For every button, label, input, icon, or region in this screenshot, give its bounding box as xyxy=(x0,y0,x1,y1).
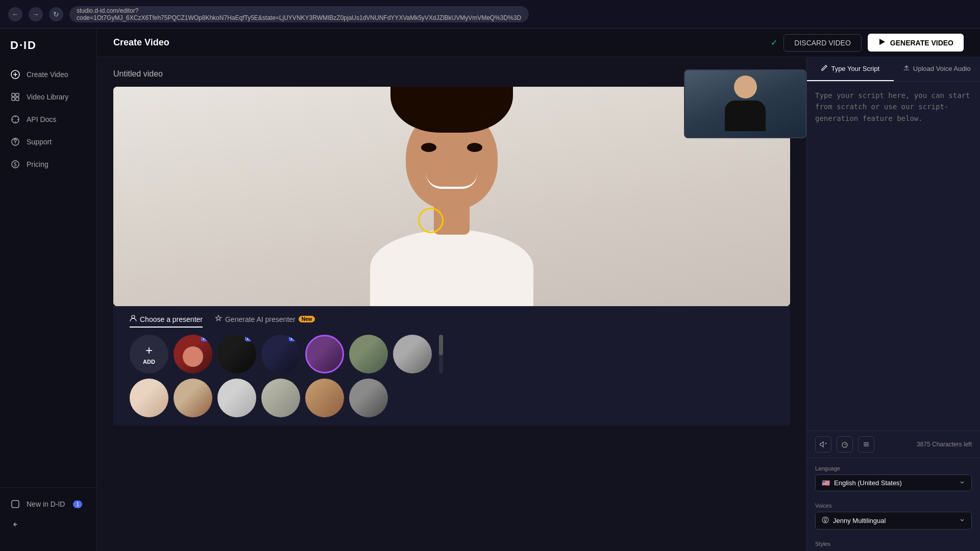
header-actions: ✓ DISCARD VIDEO GENERATE VIDEO xyxy=(771,34,964,52)
sidebar-item-label: Create Video xyxy=(27,70,68,79)
tab-choose-presenter[interactable]: Choose a presenter xyxy=(130,315,203,328)
svg-text:$: $ xyxy=(14,162,17,167)
script-tabs: Type Your Script Upload Voice Audio xyxy=(807,57,980,82)
character-count: 3875 Characters left xyxy=(917,441,972,448)
hq-badge: HQ xyxy=(201,336,211,341)
new-icon xyxy=(10,499,20,509)
tab-generate-label: Generate AI presenter xyxy=(225,315,296,323)
edit-icon xyxy=(821,64,828,73)
presenter-thumb-4-active[interactable] xyxy=(305,335,344,373)
voices-label: Voices xyxy=(815,503,972,509)
sidebar-item-pricing[interactable]: $ Pricing xyxy=(0,154,96,174)
svg-rect-3 xyxy=(12,93,15,96)
styles-section: Styles xyxy=(807,537,980,551)
new-badge: New xyxy=(299,316,315,322)
discard-video-button[interactable]: DISCARD VIDEO xyxy=(783,34,861,52)
app-body: D·ID Create Video Video Library API Docs xyxy=(0,29,980,551)
svg-marker-17 xyxy=(879,39,885,45)
tab-generate-ai[interactable]: Generate AI presenter New xyxy=(215,315,315,328)
sidebar: D·ID Create Video Video Library API Docs xyxy=(0,29,97,551)
script-tools xyxy=(815,436,874,453)
voices-value: Jenny Multilingual xyxy=(833,517,886,524)
right-panel: Type Your Script Upload Voice Audio xyxy=(806,57,980,551)
page-header: Create Video ✓ DISCARD VIDEO GENERATE VI… xyxy=(97,29,980,57)
sidebar-item-label: API Docs xyxy=(27,115,56,123)
url-bar[interactable]: studio.d-id.com/editor?code=1Ot7GyMJ_6XC… xyxy=(69,6,529,22)
tab-upload-voice[interactable]: Upload Voice Audio xyxy=(894,57,981,81)
generate-icon xyxy=(878,38,886,47)
scrollbar[interactable] xyxy=(439,335,443,373)
sidebar-item-api-docs[interactable]: API Docs xyxy=(0,109,96,130)
browser-chrome: ← → ↻ studio.d-id.com/editor?code=1Ot7Gy… xyxy=(0,0,980,29)
forward-button[interactable]: → xyxy=(29,7,43,21)
url-text: studio.d-id.com/editor?code=1Ot7GyMJ_6XC… xyxy=(77,7,522,21)
sidebar-item-new-in-did[interactable]: New in D-ID 1 xyxy=(0,494,96,514)
webcam-feed xyxy=(685,70,805,137)
add-presenter-button[interactable]: + ADD xyxy=(130,335,168,373)
grid-icon xyxy=(10,92,20,102)
sidebar-item-label: Video Library xyxy=(27,93,68,101)
sidebar-item-video-library[interactable]: Video Library xyxy=(0,87,96,107)
presenter-thumb-6[interactable] xyxy=(393,335,432,373)
api-icon xyxy=(10,114,20,124)
presenter-thumb-2[interactable]: HQ xyxy=(217,335,256,373)
hq-badge: HQ xyxy=(245,336,255,341)
new-badge-count: 1 xyxy=(73,500,82,508)
presenter-thumb-8[interactable] xyxy=(174,379,212,417)
person-icon xyxy=(130,315,137,323)
sidebar-item-label: Pricing xyxy=(27,160,48,168)
mute-button[interactable] xyxy=(815,436,831,453)
presenter-thumb-11[interactable] xyxy=(305,379,344,417)
upload-voice-label: Upload Voice Audio xyxy=(913,65,971,72)
tab-type-script[interactable]: Type Your Script xyxy=(807,57,894,81)
svg-rect-6 xyxy=(16,97,19,101)
styles-label: Styles xyxy=(815,541,972,547)
video-editor-area: Choose a presenter Generate AI presenter… xyxy=(97,57,980,551)
add-label: ADD xyxy=(143,359,155,365)
language-select[interactable]: 🇺🇸English (United States) xyxy=(815,474,972,491)
sidebar-item-back[interactable] xyxy=(0,514,96,535)
svg-rect-16 xyxy=(12,500,19,508)
upload-icon xyxy=(903,64,910,73)
presenter-thumb-12[interactable] xyxy=(349,379,388,417)
presenter-thumb-3[interactable]: HQ xyxy=(261,335,300,373)
language-section: Language 🇺🇸English (United States) xyxy=(807,458,980,498)
main-content: Create Video ✓ DISCARD VIDEO GENERATE VI… xyxy=(97,29,980,551)
flag-icon: 🇺🇸 xyxy=(822,479,830,487)
sidebar-item-label: Support xyxy=(27,138,52,146)
floating-webcam-overlay xyxy=(684,69,806,138)
save-status-icon: ✓ xyxy=(771,38,777,47)
svg-rect-4 xyxy=(16,93,19,96)
script-footer: 3875 Characters left xyxy=(807,431,980,458)
add-icon: + xyxy=(145,343,153,358)
tab-choose-label: Choose a presenter xyxy=(140,315,203,323)
plus-icon xyxy=(10,69,20,80)
sidebar-item-create-video[interactable]: Create Video xyxy=(0,64,96,85)
presenter-thumb-10[interactable] xyxy=(261,379,300,417)
sidebar-item-support[interactable]: Support xyxy=(0,132,96,152)
voices-select[interactable]: Jenny Multilingual xyxy=(815,512,972,530)
back-button[interactable]: ← xyxy=(8,7,22,21)
presenter-thumb-9[interactable] xyxy=(217,379,256,417)
voice-icon xyxy=(822,516,829,525)
svg-point-13 xyxy=(15,143,16,144)
back-icon xyxy=(10,519,20,530)
settings-button[interactable] xyxy=(858,436,874,453)
sidebar-bottom: New in D-ID 1 xyxy=(0,487,96,541)
chevron-down-icon xyxy=(959,479,965,487)
language-label: Language xyxy=(815,465,972,471)
presenter-picker: Choose a presenter Generate AI presenter… xyxy=(113,306,790,425)
page-title: Create Video xyxy=(113,37,169,48)
new-label: New in D-ID xyxy=(27,500,65,508)
voices-section: Voices Jenny Multilingual xyxy=(807,498,980,537)
generate-video-button[interactable]: GENERATE VIDEO xyxy=(868,34,964,52)
timer-button[interactable] xyxy=(837,436,853,453)
presenter-thumb-5[interactable] xyxy=(349,335,388,373)
presenter-thumb-1[interactable]: HQ xyxy=(174,335,212,373)
refresh-button[interactable]: ↻ xyxy=(49,7,63,21)
presenter-thumb-7[interactable] xyxy=(130,379,168,417)
script-input[interactable] xyxy=(815,90,972,284)
generate-label: GENERATE VIDEO xyxy=(890,39,953,47)
logo: D·ID xyxy=(0,39,96,64)
chevron-down-icon xyxy=(959,517,965,524)
